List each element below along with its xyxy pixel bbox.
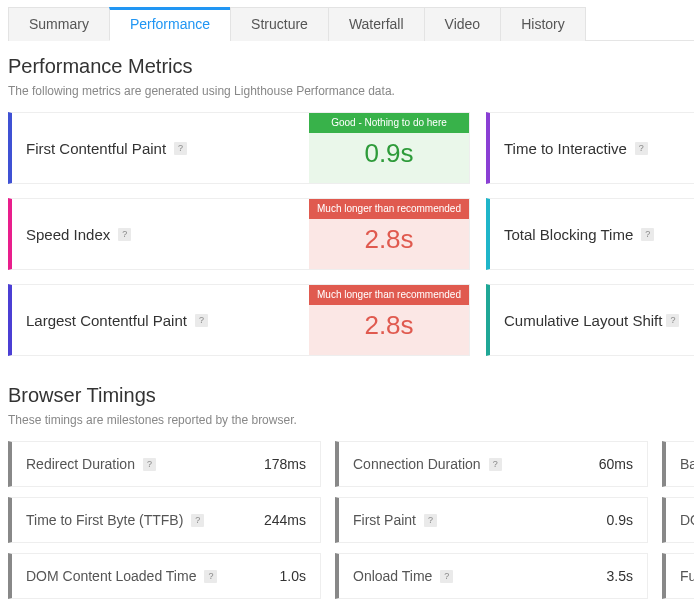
- metric-label: Cumulative Layout Shift ?: [490, 285, 694, 355]
- timing-row: DOM Content Loaded Time ? 1.0s Onload Ti…: [8, 553, 694, 599]
- metric-value: Good - Nothing to do here 0.9s: [309, 113, 469, 183]
- timing-label-text: First Paint: [353, 512, 416, 528]
- browser-timings: Redirect Duration ? 178ms Connection Dur…: [8, 441, 694, 599]
- metric-cls[interactable]: Cumulative Layout Shift ?: [486, 284, 694, 356]
- help-icon[interactable]: ?: [191, 514, 204, 527]
- timing-ttfb[interactable]: Time to First Byte (TTFB) ? 244ms: [8, 497, 321, 543]
- timing-value: 3.5s: [607, 568, 633, 584]
- tab-performance[interactable]: Performance: [109, 7, 231, 41]
- metric-banner: Much longer than recommended: [309, 199, 469, 219]
- metric-label: Speed Index ?: [12, 199, 309, 269]
- metric-label: Largest Contentful Paint ?: [12, 285, 309, 355]
- timing-value: 1.0s: [280, 568, 306, 584]
- metric-tbt[interactable]: Total Blocking Time ?: [486, 198, 694, 270]
- timing-partial[interactable]: Bad: [662, 441, 694, 487]
- tab-summary[interactable]: Summary: [8, 7, 110, 41]
- metric-label: First Contentful Paint ?: [12, 113, 309, 183]
- timing-label: Bad: [680, 456, 694, 472]
- timing-onload[interactable]: Onload Time ? 3.5s: [335, 553, 648, 599]
- timings-section-title: Browser Timings: [8, 384, 694, 407]
- timing-value: 60ms: [599, 456, 633, 472]
- timing-first-paint[interactable]: First Paint ? 0.9s: [335, 497, 648, 543]
- timings-section-subtitle: These timings are milestones reported by…: [8, 413, 694, 427]
- perf-metrics: First Contentful Paint ? Good - Nothing …: [8, 112, 694, 356]
- perf-row: First Contentful Paint ? Good - Nothing …: [8, 112, 694, 184]
- help-icon[interactable]: ?: [666, 314, 679, 327]
- timing-dcl[interactable]: DOM Content Loaded Time ? 1.0s: [8, 553, 321, 599]
- timing-label-text: Fully: [680, 568, 694, 584]
- tabs: Summary Performance Structure Waterfall …: [8, 6, 694, 41]
- timing-label: First Paint ?: [353, 512, 437, 528]
- timing-label: Connection Duration ?: [353, 456, 502, 472]
- metric-fcp[interactable]: First Contentful Paint ? Good - Nothing …: [8, 112, 470, 184]
- help-icon[interactable]: ?: [174, 142, 187, 155]
- metric-label-text: Time to Interactive: [504, 140, 627, 157]
- perf-section-subtitle: The following metrics are generated usin…: [8, 84, 694, 98]
- metric-label: Time to Interactive ?: [490, 113, 694, 183]
- tab-history[interactable]: History: [500, 7, 586, 41]
- metric-value-text: 2.8s: [364, 224, 413, 255]
- perf-row: Speed Index ? Much longer than recommend…: [8, 198, 694, 270]
- help-icon[interactable]: ?: [143, 458, 156, 471]
- metric-label: Total Blocking Time ?: [490, 199, 694, 269]
- timing-label-text: Connection Duration: [353, 456, 481, 472]
- help-icon[interactable]: ?: [440, 570, 453, 583]
- timing-label-text: Onload Time: [353, 568, 432, 584]
- metric-label-text: Cumulative Layout Shift: [504, 312, 662, 329]
- timing-row: Redirect Duration ? 178ms Connection Dur…: [8, 441, 694, 487]
- metric-label-text: First Contentful Paint: [26, 140, 166, 157]
- perf-row: Largest Contentful Paint ? Much longer t…: [8, 284, 694, 356]
- timing-connection[interactable]: Connection Duration ? 60ms: [335, 441, 648, 487]
- timing-label: DOM: [680, 512, 694, 528]
- metric-banner: Much longer than recommended: [309, 285, 469, 305]
- help-icon[interactable]: ?: [195, 314, 208, 327]
- timing-row: Time to First Byte (TTFB) ? 244ms First …: [8, 497, 694, 543]
- metric-value: Much longer than recommended 2.8s: [309, 285, 469, 355]
- timing-redirect[interactable]: Redirect Duration ? 178ms: [8, 441, 321, 487]
- help-icon[interactable]: ?: [641, 228, 654, 241]
- timing-label-text: Redirect Duration: [26, 456, 135, 472]
- metric-label-text: Total Blocking Time: [504, 226, 633, 243]
- metric-lcp[interactable]: Largest Contentful Paint ? Much longer t…: [8, 284, 470, 356]
- metric-value: Much longer than recommended 2.8s: [309, 199, 469, 269]
- timing-label: Onload Time ?: [353, 568, 453, 584]
- timing-label-text: Bad: [680, 456, 694, 472]
- tab-structure[interactable]: Structure: [230, 7, 329, 41]
- tab-waterfall[interactable]: Waterfall: [328, 7, 425, 41]
- timing-value: 178ms: [264, 456, 306, 472]
- timing-label: DOM Content Loaded Time ?: [26, 568, 217, 584]
- timing-value: 244ms: [264, 512, 306, 528]
- help-icon[interactable]: ?: [424, 514, 437, 527]
- metric-value-text: 0.9s: [364, 138, 413, 169]
- timing-label: Fully: [680, 568, 694, 584]
- help-icon[interactable]: ?: [204, 570, 217, 583]
- timing-label: Time to First Byte (TTFB) ?: [26, 512, 204, 528]
- metric-value-text: 2.8s: [364, 310, 413, 341]
- timing-partial[interactable]: DOM: [662, 497, 694, 543]
- timing-partial[interactable]: Fully: [662, 553, 694, 599]
- help-icon[interactable]: ?: [489, 458, 502, 471]
- metric-label-text: Speed Index: [26, 226, 110, 243]
- help-icon[interactable]: ?: [635, 142, 648, 155]
- metric-label-text: Largest Contentful Paint: [26, 312, 187, 329]
- timing-label: Redirect Duration ?: [26, 456, 156, 472]
- timing-value: 0.9s: [607, 512, 633, 528]
- metric-tti[interactable]: Time to Interactive ?: [486, 112, 694, 184]
- perf-section-title: Performance Metrics: [8, 55, 694, 78]
- timing-label-text: DOM: [680, 512, 694, 528]
- timing-label-text: Time to First Byte (TTFB): [26, 512, 183, 528]
- tab-video[interactable]: Video: [424, 7, 502, 41]
- help-icon[interactable]: ?: [118, 228, 131, 241]
- metric-speed-index[interactable]: Speed Index ? Much longer than recommend…: [8, 198, 470, 270]
- timing-label-text: DOM Content Loaded Time: [26, 568, 196, 584]
- metric-banner: Good - Nothing to do here: [309, 113, 469, 133]
